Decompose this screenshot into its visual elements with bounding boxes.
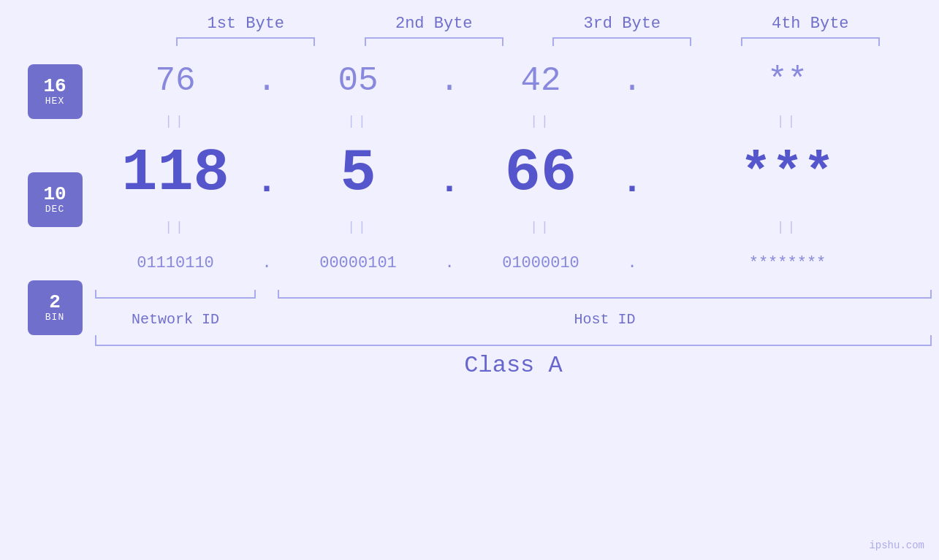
dec-dot3: .: [621, 146, 643, 202]
byte4-header: 4th Byte: [737, 15, 883, 33]
bin-dot3: .: [621, 254, 643, 272]
watermark: ipshu.com: [869, 540, 924, 551]
eq1-b2: ||: [278, 114, 438, 129]
byte2-header: 2nd Byte: [361, 15, 507, 33]
class-label: Class A: [95, 352, 932, 379]
eq1-b1: ||: [95, 114, 256, 129]
bin-badge: 2 BIN: [28, 280, 83, 335]
host-id-label: Host ID: [278, 311, 932, 328]
dec-b4: ***: [643, 147, 932, 200]
dec-badge: 10 DEC: [28, 172, 83, 227]
eq2-b3: ||: [460, 220, 621, 234]
byte3-header: 3rd Byte: [549, 15, 695, 33]
bin-b3: 01000010: [460, 254, 621, 272]
dec-b1: 118: [95, 144, 256, 204]
bin-dot1: .: [256, 254, 278, 272]
byte1-top-bracket: [176, 37, 315, 46]
eq1-b3: ||: [460, 114, 621, 129]
byte2-top-bracket: [365, 37, 503, 46]
hex-b4: **: [643, 62, 932, 100]
hex-dot3: .: [621, 62, 643, 100]
bin-b2: 00000101: [278, 254, 438, 272]
dec-b3: 66: [460, 144, 621, 204]
eq1-b4: ||: [643, 114, 932, 129]
eq2-b1: ||: [95, 220, 256, 234]
bin-b4: ********: [643, 254, 932, 272]
byte3-top-bracket: [552, 37, 691, 46]
eq2-b2: ||: [278, 220, 438, 234]
hex-dot2: .: [438, 62, 460, 100]
hex-b2: 05: [278, 62, 438, 100]
byte4-top-bracket: [741, 37, 880, 46]
hex-dot1: .: [256, 62, 278, 100]
bin-b1: 01110110: [95, 254, 256, 272]
dec-dot2: .: [438, 146, 460, 202]
hex-b1: 76: [95, 62, 256, 100]
hex-badge: 16 HEX: [28, 64, 83, 119]
host-bracket: [278, 290, 932, 299]
class-bracket: [95, 335, 932, 346]
byte1-header: 1st Byte: [172, 15, 319, 33]
bin-dot2: .: [438, 254, 460, 272]
main-container: 1st Byte 2nd Byte 3rd Byte 4th Byte 16 H…: [0, 0, 939, 560]
network-bracket: [95, 290, 256, 299]
dec-dot1: .: [256, 146, 278, 202]
dec-b2: 5: [278, 144, 438, 204]
network-id-label: Network ID: [95, 311, 256, 328]
hex-b3: 42: [460, 62, 621, 100]
eq2-b4: ||: [643, 220, 932, 234]
